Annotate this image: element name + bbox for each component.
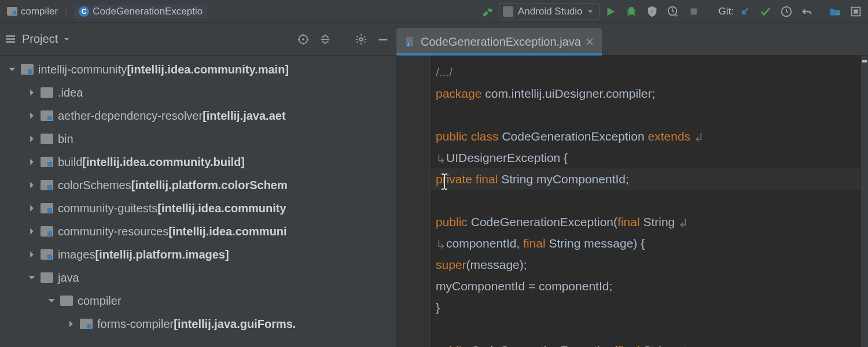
scroll-marker xyxy=(862,60,867,62)
run-button[interactable] xyxy=(601,2,620,21)
hide-panel-button[interactable] xyxy=(375,31,391,47)
git-commit-button[interactable] xyxy=(756,2,775,21)
editor-gutter[interactable] xyxy=(396,56,430,347)
svg-rect-6 xyxy=(6,38,15,40)
git-rollback-button[interactable] xyxy=(797,2,817,21)
chevron-right-icon xyxy=(28,135,36,143)
arrow-down-left-icon xyxy=(738,5,751,18)
tree-item-label: java xyxy=(58,271,79,285)
svg-point-11 xyxy=(359,38,363,41)
tree-item-qualifier: [intellij.java.guiForms. xyxy=(174,318,296,331)
checkmark-icon xyxy=(759,5,772,18)
tree-item[interactable]: forms-compiler [intellij.java.guiForms. xyxy=(0,312,396,335)
tree-item-label: bin xyxy=(58,132,73,146)
search-everywhere-icon xyxy=(849,5,862,18)
chevron-right-icon xyxy=(67,320,75,328)
code-editor[interactable]: /.../package com.intellij.uiDesigner.com… xyxy=(396,56,868,347)
search-button[interactable] xyxy=(846,2,866,21)
breadcrumb-separator: 〉 xyxy=(64,5,73,17)
tree-item-qualifier: [intellij.java.aet xyxy=(203,109,285,123)
tree-item[interactable]: community-resources [intellij.idea.commu… xyxy=(0,220,396,243)
chevron-down-icon xyxy=(28,274,36,282)
close-icon[interactable] xyxy=(586,38,594,46)
tree-item[interactable]: aether-dependency-resolver [intellij.jav… xyxy=(0,104,396,127)
select-opened-file-button[interactable] xyxy=(295,31,311,47)
svg-point-9 xyxy=(302,38,304,40)
module-folder-icon xyxy=(80,319,93,329)
project-view-label: Project xyxy=(22,32,58,46)
tree-item[interactable]: intellij-community [intellij.idea.commun… xyxy=(0,58,396,81)
git-label: Git: xyxy=(719,6,734,17)
tree-item-qualifier: [intellij.platform.colorSchem xyxy=(131,179,288,192)
tree-item[interactable]: bin xyxy=(0,127,396,150)
chevron-down-icon xyxy=(47,297,56,305)
collapse-icon xyxy=(319,33,332,46)
text-cursor-icon xyxy=(439,173,450,190)
tree-item-qualifier: [intellij.idea.communi xyxy=(168,225,286,238)
app-icon xyxy=(503,6,513,17)
tree-item-label: .idea xyxy=(58,86,83,99)
code-line: super(message); xyxy=(436,254,861,275)
chevron-down-icon xyxy=(587,9,593,14)
tree-item[interactable]: .idea xyxy=(0,81,396,104)
editor-tab[interactable]: J CodeGenerationException.java xyxy=(396,28,602,55)
tree-item[interactable]: build [intellij.idea.community.build] xyxy=(0,150,396,174)
editor-scrollbar[interactable] xyxy=(861,56,868,347)
chevron-down-icon xyxy=(64,36,69,42)
tree-item[interactable]: colorSchemes [intellij.platform.colorSch… xyxy=(0,174,396,197)
breadcrumb-file-label: CodeGenerationExceptio xyxy=(93,6,203,17)
breadcrumb-folder[interactable]: compiler xyxy=(2,5,62,19)
git-update-button[interactable] xyxy=(735,2,755,21)
gear-icon xyxy=(355,33,367,46)
editor-tab-label: CodeGenerationException.java xyxy=(421,35,581,49)
debug-button[interactable] xyxy=(621,2,641,21)
svg-text:J: J xyxy=(407,43,409,46)
svg-rect-12 xyxy=(379,39,388,40)
svg-rect-10 xyxy=(321,39,330,40)
chevron-right-icon xyxy=(28,250,36,259)
chevron-right-icon xyxy=(28,204,36,212)
breadcrumb-folder-label: compiler xyxy=(21,6,58,17)
chevron-right-icon xyxy=(28,88,36,97)
folder-icon xyxy=(7,7,17,16)
code-line: private final String myComponentId; xyxy=(436,168,861,190)
tree-item[interactable]: images [intellij.platform.images] xyxy=(0,243,396,266)
collapse-all-button[interactable] xyxy=(317,31,333,47)
svg-rect-7 xyxy=(6,41,15,43)
tree-item-label: colorSchemes xyxy=(58,179,131,192)
code-line: } xyxy=(436,297,861,318)
profiler-button[interactable] xyxy=(663,2,683,21)
tree-item[interactable]: java xyxy=(0,266,396,289)
folder-icon xyxy=(41,134,53,144)
minimize-icon xyxy=(377,33,389,46)
target-icon xyxy=(297,33,310,46)
svg-rect-5 xyxy=(6,35,15,37)
stop-button[interactable] xyxy=(684,2,704,21)
tree-item-label: forms-compiler xyxy=(97,318,174,331)
project-view-select[interactable]: Project xyxy=(5,32,69,46)
module-folder-icon xyxy=(41,157,53,167)
git-history-button[interactable] xyxy=(777,2,796,21)
code-line: package com.intellij.uiDesigner.compiler… xyxy=(436,83,861,104)
folder-icon xyxy=(41,87,53,98)
tree-item[interactable]: community-guitests [intellij.idea.commun… xyxy=(0,197,396,220)
coverage-button[interactable] xyxy=(642,2,662,21)
tree-item-label: community-guitests xyxy=(58,202,157,215)
tree-item[interactable]: compiler xyxy=(0,289,396,312)
chevron-right-icon xyxy=(28,227,36,235)
module-folder-icon xyxy=(41,203,53,213)
build-button[interactable] xyxy=(478,2,498,21)
run-configuration-label: Android Studio xyxy=(518,6,583,17)
breadcrumb-file[interactable]: C CodeGenerationExceptio xyxy=(74,5,207,19)
run-configuration-select[interactable]: Android Studio xyxy=(499,3,599,20)
tree-item-qualifier: [intellij.idea.community.build] xyxy=(82,156,245,169)
java-file-icon: J xyxy=(404,36,416,47)
svg-rect-1 xyxy=(690,8,697,14)
open-folder-button[interactable] xyxy=(825,2,845,21)
code-line: myComponentId = componentId; xyxy=(436,275,861,297)
tree-item-label: images xyxy=(58,248,95,261)
chevron-right-icon xyxy=(28,112,36,120)
chevron-right-icon xyxy=(28,158,36,166)
project-settings-button[interactable] xyxy=(353,31,369,47)
play-icon xyxy=(604,5,617,18)
